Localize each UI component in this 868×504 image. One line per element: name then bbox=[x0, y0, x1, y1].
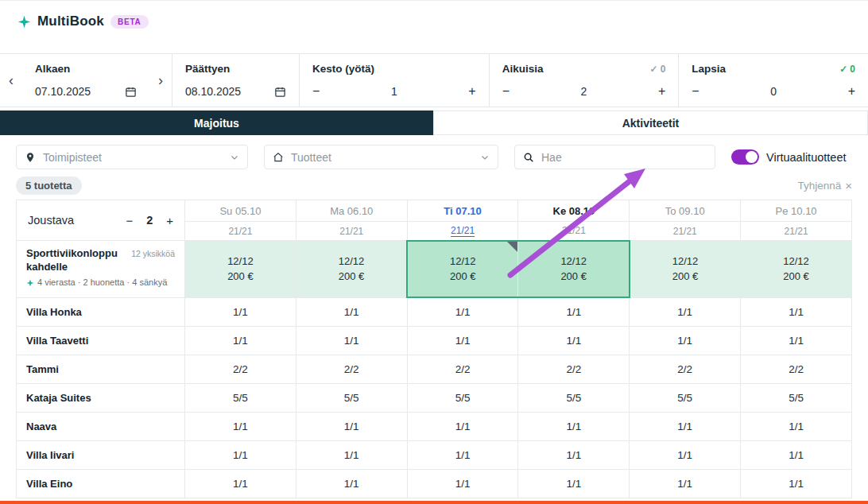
virtual-products-toggle-group: Virtuaalituotteet bbox=[731, 149, 847, 165]
availability-cell[interactable]: 1/1 bbox=[518, 440, 630, 469]
children-minus-button[interactable]: − bbox=[692, 85, 699, 98]
adults-confirmed-badge: ✓0 bbox=[650, 64, 666, 75]
availability-cell[interactable]: 2/2 bbox=[630, 355, 741, 383]
multibook-app: MultiBook BETA ‹ Alkaen 07.10.2025 › Pää… bbox=[0, 0, 868, 504]
availability-cell[interactable]: 1/1 bbox=[741, 326, 852, 355]
availability-cell[interactable]: 5/5 bbox=[407, 383, 518, 412]
availability-cell[interactable]: 1/1 bbox=[296, 326, 407, 355]
availability-cell-selected[interactable]: 12/12200 € bbox=[407, 241, 518, 298]
availability-cell[interactable]: 5/5 bbox=[185, 383, 296, 412]
availability-cell[interactable]: 5/5 bbox=[630, 383, 741, 412]
nights-value: 1 bbox=[391, 85, 397, 98]
clear-filters-button[interactable]: Tyhjennä× bbox=[797, 179, 852, 192]
availability-cell[interactable]: 1/1 bbox=[518, 469, 630, 498]
locations-select[interactable]: Toimipisteet bbox=[16, 145, 248, 169]
table-row: Tammi 2/2 2/2 2/2 2/2 2/2 2/2 bbox=[17, 355, 852, 383]
calendar-icon[interactable] bbox=[125, 86, 137, 98]
day-header[interactable]: Su 05.10 bbox=[185, 200, 296, 222]
tab-accommodation[interactable]: Majoitus bbox=[0, 110, 433, 135]
availability-cell[interactable]: 2/2 bbox=[518, 355, 630, 383]
availability-cell[interactable]: 2/2 bbox=[407, 355, 518, 383]
availability-cell[interactable]: 1/1 bbox=[741, 412, 852, 440]
room-name: Villa Eino bbox=[17, 469, 185, 498]
availability-cell[interactable]: 1/1 bbox=[518, 412, 630, 440]
availability-cell[interactable]: 1/1 bbox=[407, 469, 518, 498]
availability-cell[interactable]: 1/1 bbox=[185, 469, 296, 498]
availability-cell[interactable]: 1/1 bbox=[630, 326, 741, 355]
tab-activities[interactable]: Aktiviteetit bbox=[433, 110, 868, 135]
availability-cell[interactable]: 2/2 bbox=[296, 355, 407, 383]
location-pin-icon bbox=[25, 152, 36, 163]
search-input[interactable] bbox=[541, 151, 707, 164]
products-select[interactable]: Tuotteet bbox=[264, 145, 498, 169]
package-name-cell: Sporttiviikonloppu kahdelle 12 yksikköä … bbox=[17, 241, 185, 298]
adults-minus-button[interactable]: − bbox=[502, 85, 510, 98]
day-header-selected[interactable]: Ke 08.10 bbox=[518, 200, 630, 222]
package-details: 4 vierasta · 2 huonetta · 4 sänkyä bbox=[37, 277, 167, 289]
availability-cell[interactable]: 1/1 bbox=[741, 469, 852, 498]
availability-cell[interactable]: 1/1 bbox=[630, 297, 741, 326]
availability-cell[interactable]: 1/1 bbox=[185, 440, 296, 469]
availability-cell-selected[interactable]: 12/12200 € bbox=[518, 241, 630, 298]
children-plus-button[interactable]: + bbox=[848, 85, 855, 98]
availability-cell[interactable]: 12/12200 € bbox=[630, 241, 741, 298]
adults-plus-button[interactable]: + bbox=[658, 85, 665, 98]
availability-cell[interactable]: 1/1 bbox=[296, 297, 407, 326]
next-day-button[interactable]: › bbox=[149, 54, 172, 107]
day-header[interactable]: Ma 06.10 bbox=[296, 200, 407, 222]
category-tabs: Majoitus Aktiviteetit bbox=[0, 110, 868, 135]
table-row: Villa Iivari 1/1 1/1 1/1 1/1 1/1 1/1 bbox=[17, 440, 852, 469]
availability-cell[interactable]: 1/1 bbox=[518, 297, 630, 326]
availability-cell[interactable]: 2/2 bbox=[185, 355, 296, 383]
availability-cell[interactable]: 1/1 bbox=[296, 440, 407, 469]
availability-cell[interactable]: 1/1 bbox=[407, 326, 518, 355]
start-date-field[interactable]: Alkaen 07.10.2025 bbox=[22, 54, 149, 107]
room-name: Naava bbox=[17, 412, 185, 440]
flexible-minus-button[interactable]: − bbox=[126, 214, 133, 227]
end-date-field[interactable]: Päättyen 08.10.2025 bbox=[172, 54, 299, 107]
multibook-logo-icon bbox=[17, 15, 31, 29]
availability-cell[interactable]: 1/1 bbox=[185, 412, 296, 440]
virtual-products-toggle[interactable] bbox=[731, 149, 759, 165]
nights-field: Kesto (yötä) − 1 + bbox=[299, 54, 489, 107]
beta-badge: BETA bbox=[110, 15, 149, 29]
availability-cell[interactable]: 1/1 bbox=[518, 326, 630, 355]
availability-cell[interactable]: 1/1 bbox=[407, 440, 518, 469]
availability-cell[interactable]: 12/12200 € bbox=[296, 241, 407, 298]
nights-minus-button[interactable]: − bbox=[312, 85, 320, 98]
locations-placeholder: Toimipisteet bbox=[43, 151, 102, 164]
previous-day-button[interactable]: ‹ bbox=[0, 54, 22, 107]
availability-cell[interactable]: 2/2 bbox=[741, 355, 852, 383]
availability-cell[interactable]: 5/5 bbox=[296, 383, 407, 412]
day-header-selected[interactable]: Ti 07.10 bbox=[407, 200, 518, 222]
calendar-icon[interactable] bbox=[274, 86, 286, 98]
end-date-value: 08.10.2025 bbox=[185, 85, 241, 98]
flexible-plus-button[interactable]: + bbox=[166, 214, 173, 227]
availability-cell[interactable]: 1/1 bbox=[630, 412, 741, 440]
availability-cell[interactable]: 1/1 bbox=[407, 297, 518, 326]
availability-cell[interactable]: 5/5 bbox=[518, 383, 630, 412]
check-icon: ✓ bbox=[839, 64, 847, 75]
availability-cell[interactable]: 1/1 bbox=[296, 469, 407, 498]
availability-cell[interactable]: 1/1 bbox=[185, 297, 296, 326]
room-name: Kataja Suites bbox=[17, 383, 185, 412]
end-date-label: Päättyen bbox=[185, 63, 230, 75]
flexible-value: 2 bbox=[146, 214, 153, 227]
table-row: Kataja Suites 5/5 5/5 5/5 5/5 5/5 5/5 bbox=[17, 383, 852, 412]
availability-cell[interactable]: 1/1 bbox=[630, 469, 741, 498]
room-name: Villa Iivari bbox=[17, 440, 185, 469]
availability-cell[interactable]: 1/1 bbox=[741, 297, 852, 326]
flexible-header-cell: Joustava − 2 + bbox=[17, 200, 185, 241]
availability-cell[interactable]: 1/1 bbox=[407, 412, 518, 440]
day-header[interactable]: Pe 10.10 bbox=[741, 200, 852, 222]
availability-cell[interactable]: 1/1 bbox=[296, 412, 407, 440]
availability-cell[interactable]: 1/1 bbox=[185, 326, 296, 355]
availability-cell[interactable]: 12/12200 € bbox=[185, 241, 296, 298]
day-header[interactable]: To 09.10 bbox=[630, 200, 741, 222]
availability-cell[interactable]: 5/5 bbox=[741, 383, 852, 412]
products-placeholder: Tuotteet bbox=[291, 151, 331, 164]
nights-plus-button[interactable]: + bbox=[468, 85, 475, 98]
availability-cell[interactable]: 1/1 bbox=[630, 440, 741, 469]
availability-cell[interactable]: 1/1 bbox=[741, 440, 852, 469]
availability-cell[interactable]: 12/12200 € bbox=[741, 241, 852, 298]
